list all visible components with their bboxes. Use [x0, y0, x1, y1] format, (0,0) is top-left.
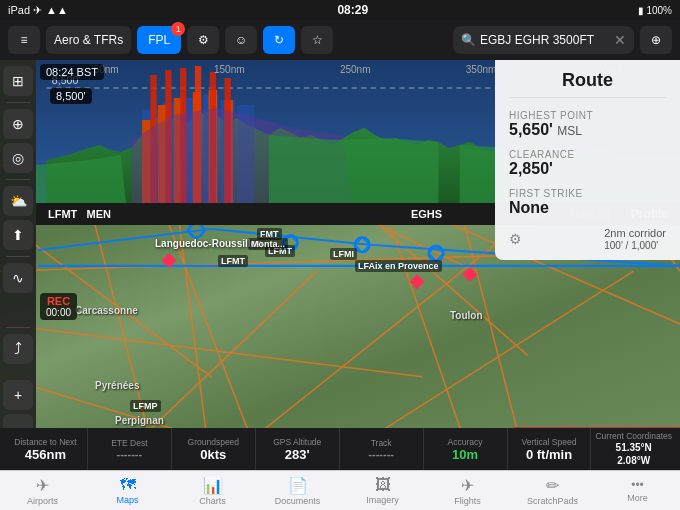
settings-button[interactable]: ⚙: [187, 26, 219, 54]
stat-groundspeed: Groundspeed 0kts: [172, 428, 256, 470]
clearance-value: 2,850': [509, 160, 666, 178]
imagery-label: Imagery: [366, 495, 399, 505]
menu-button[interactable]: ≡: [8, 26, 40, 54]
highest-point-stat: HIGHEST POINT 5,650' MSL: [509, 110, 666, 139]
left-sidebar: ⊞ ⊕ ◎ ⛅ ⬆ ∿ REC 00:00 ⤴ + −: [0, 60, 36, 450]
rec-display: REC 00:00: [40, 293, 77, 320]
sidebar-plus-icon[interactable]: +: [3, 380, 33, 410]
gear-icon[interactable]: ⚙: [509, 231, 522, 247]
stat-acc-value: 10m: [452, 447, 478, 462]
toolbar: ≡ Aero & TFRs FPL 1 ⚙ ☺ ↻ ☆ 🔍 ✕ ⊕: [0, 20, 680, 60]
svg-marker-59: [269, 135, 438, 203]
nav-imagery[interactable]: 🖼 Imagery: [340, 471, 425, 510]
maps-label: Maps: [116, 495, 138, 505]
first-strike-value: None: [509, 199, 666, 217]
nav-more[interactable]: ••• More: [595, 471, 680, 510]
stat-coords-label: Current Coordinates: [595, 431, 672, 441]
stat-coords-value: 51.35°N2.08°W: [616, 441, 652, 467]
documents-icon: 📄: [288, 476, 308, 495]
stat-track: Track -------: [340, 428, 424, 470]
nav-charts[interactable]: 📊 Charts: [170, 471, 255, 510]
stat-alt-value: 283': [285, 447, 310, 462]
status-right: ▮ 100%: [638, 5, 672, 16]
airports-icon: ✈: [36, 476, 49, 495]
fpl-button[interactable]: FPL 1: [137, 26, 181, 54]
dist-250nm: 250nm: [340, 64, 371, 75]
map-label-toulon: Toulon: [450, 310, 483, 321]
stat-track-value: -------: [368, 448, 394, 460]
sidebar-divider-2: [6, 179, 30, 180]
map-label-lfmp: LFMP: [130, 400, 161, 412]
stat-vs-label: Vertical Speed: [522, 437, 577, 447]
map-label-carcassonne: Carcassonne: [75, 305, 138, 316]
aero-tfrs-button[interactable]: Aero & TFRs: [46, 26, 131, 54]
stat-vs-value: 0 ft/min: [526, 447, 572, 462]
highest-point-label: HIGHEST POINT: [509, 110, 666, 121]
stat-coords: Current Coordinates 51.35°N2.08°W: [591, 428, 676, 470]
sidebar-compass-icon[interactable]: ⊕: [3, 109, 33, 139]
waypoint-right: EGHS: [411, 208, 442, 220]
chart-waypoints: LFMT MEN EGHS: [48, 208, 442, 220]
charts-icon: 📊: [203, 476, 223, 495]
sidebar-weather-icon[interactable]: ⛅: [3, 186, 33, 216]
map-settings-button[interactable]: ⊕: [640, 26, 672, 54]
first-strike-label: FIRST STRIKE: [509, 188, 666, 199]
sidebar-location-icon[interactable]: ◎: [3, 143, 33, 173]
airports-label: Airports: [27, 496, 58, 506]
nav-maps[interactable]: 🗺 Maps: [85, 471, 170, 510]
documents-label: Documents: [275, 496, 321, 506]
fpl-label: FPL: [148, 33, 170, 47]
map-area: Cahors Carcassonne Languedoc-Roussillon …: [0, 60, 680, 450]
status-time: 08:29: [337, 3, 368, 17]
nav-airports[interactable]: ✈ Airports: [0, 471, 85, 510]
map-label-languedoc: Languedoc-Roussillon: [155, 238, 263, 249]
star-button[interactable]: ☆: [301, 26, 333, 54]
map-label-lfaix: LFAix en Provence: [355, 260, 442, 272]
flights-label: Flights: [454, 496, 481, 506]
sidebar-wave-icon[interactable]: ∿: [3, 263, 33, 293]
stat-altitude: GPS Altitude 283': [256, 428, 340, 470]
stat-ete-label: ETE Dest: [111, 438, 147, 448]
nav-documents[interactable]: 📄 Documents: [255, 471, 340, 510]
more-label: More: [627, 493, 648, 503]
map-label-perpignan: Perpignan: [115, 415, 164, 426]
nav-flights[interactable]: ✈ Flights: [425, 471, 510, 510]
stat-vspeed: Vertical Speed 0 ft/min: [508, 428, 592, 470]
corridor-label: 2nm corridor100' / 1,000': [604, 227, 666, 251]
fpl-badge: 1: [171, 22, 185, 36]
stat-distance: Distance to Next 456nm: [4, 428, 88, 470]
time-display: 08:24 BST: [40, 64, 104, 80]
map-label-lfmt1: LFMT: [218, 255, 248, 267]
smiley-button[interactable]: ☺: [225, 26, 257, 54]
imagery-icon: 🖼: [375, 476, 391, 494]
sidebar-route-icon[interactable]: ⤴: [3, 334, 33, 364]
search-input[interactable]: [480, 33, 610, 47]
ipad-label: iPad ✈: [8, 4, 42, 17]
waypoint-left: LFMT MEN: [48, 208, 111, 220]
status-left: iPad ✈ ▲▲: [8, 4, 68, 17]
bottom-status: Distance to Next 456nm ETE Dest ------- …: [0, 428, 680, 470]
sidebar-layers-icon[interactable]: ⊞: [3, 66, 33, 96]
clearance-stat: CLEARANCE 2,850': [509, 149, 666, 178]
nav-scratchpads[interactable]: ✏ ScratchPads: [510, 471, 595, 510]
highest-point-value: 5,650' MSL: [509, 121, 666, 139]
clearance-label: CLEARANCE: [509, 149, 666, 160]
corridor-row: ⚙ 2nm corridor100' / 1,000': [509, 227, 666, 251]
dist-150nm: 150nm: [214, 64, 245, 75]
battery-icon: ▮ 100%: [638, 5, 672, 16]
flights-icon: ✈: [461, 476, 474, 495]
map-label-monta: Monta...: [248, 238, 288, 250]
map-label-lfmi: LFMI: [330, 248, 357, 260]
stat-alt-label: GPS Altitude: [273, 437, 321, 447]
search-clear-icon[interactable]: ✕: [614, 32, 626, 48]
status-bar: iPad ✈ ▲▲ 08:29 ▮ 100%: [0, 0, 680, 20]
refresh-button[interactable]: ↻: [263, 26, 295, 54]
sidebar-flight-icon[interactable]: ⬆: [3, 220, 33, 250]
aero-label: Aero & TFRs: [54, 33, 123, 47]
rec-time: 00:00: [46, 307, 71, 318]
stat-distance-label: Distance to Next: [14, 437, 76, 447]
sidebar-divider-3: [6, 256, 30, 257]
stat-ete-value: -------: [117, 448, 143, 460]
stat-acc-label: Accuracy: [448, 437, 483, 447]
charts-label: Charts: [199, 496, 226, 506]
